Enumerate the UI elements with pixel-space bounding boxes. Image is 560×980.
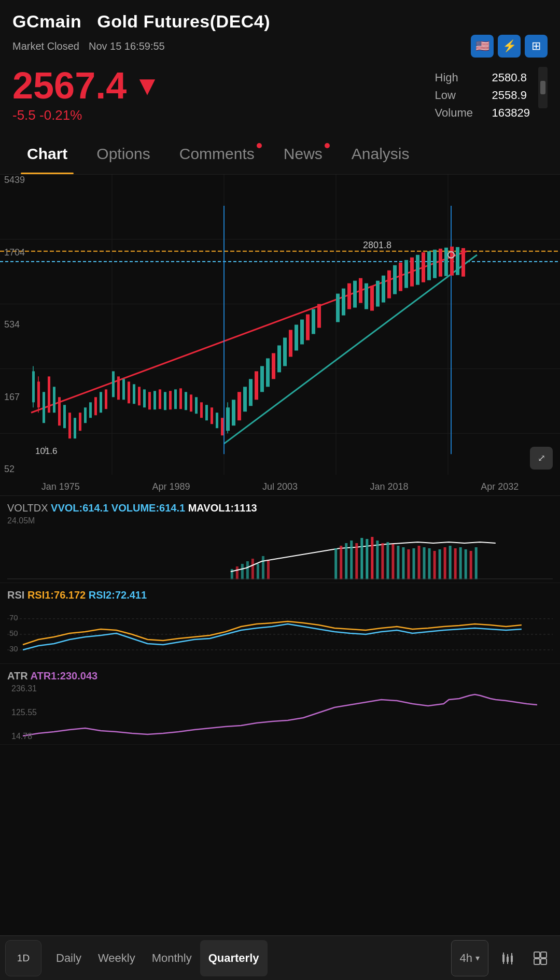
main-price-chart[interactable]: 5439 1704 534 167 52 2801.8 [0, 175, 560, 496]
period-quarterly-btn[interactable]: Quarterly [200, 940, 268, 976]
svg-rect-84 [404, 260, 408, 288]
svg-rect-29 [94, 397, 97, 415]
svg-rect-126 [439, 549, 441, 579]
chart-type-btn[interactable] [493, 944, 522, 973]
svg-rect-153 [541, 959, 547, 964]
ticker-symbol: GCmain [12, 11, 81, 31]
svg-rect-133 [475, 547, 478, 579]
voltdx-chart [7, 528, 553, 579]
price-value: 2567.4 [12, 67, 127, 104]
svg-rect-62 [266, 358, 270, 387]
grid-layout-icon [533, 950, 548, 966]
rsi-label: RSI [7, 589, 24, 601]
tab-news[interactable]: News [269, 132, 337, 174]
svg-rect-82 [393, 265, 397, 294]
atr-title: ATR ATR1:230.043 [7, 670, 553, 682]
svg-rect-99 [236, 566, 239, 579]
grid-icon-btn[interactable]: ⊞ [525, 35, 548, 58]
svg-rect-76 [359, 278, 362, 303]
atr-label: ATR [7, 670, 28, 681]
voltdx-vvol-label: VVOL: [51, 502, 82, 514]
rsi-title: RSI RSI1:76.172 RSI2:72.411 [7, 589, 553, 601]
period-daily-btn[interactable]: Daily [48, 940, 90, 976]
atr-svg [7, 684, 553, 746]
volume-value: 163829 [492, 106, 530, 120]
svg-rect-110 [355, 543, 358, 579]
high-row: High 2580.8 [435, 71, 527, 84]
chart-x-labels: Jan 1975 Apr 1989 Jul 2003 Jan 2018 Apr … [0, 481, 560, 492]
price-row: 2567.4 ▼ -5.5 -0.21% High 2580.8 Low 255… [12, 67, 548, 123]
tab-analysis[interactable]: Analysis [337, 132, 424, 174]
rsi-chart: 70 50 30 [7, 603, 553, 660]
svg-rect-44 [174, 389, 177, 409]
voltdx-y-max: 24.05M [7, 516, 553, 525]
svg-rect-144 [507, 957, 509, 962]
svg-rect-118 [397, 546, 399, 579]
svg-rect-21 [53, 387, 55, 413]
svg-rect-24 [68, 413, 71, 438]
svg-rect-32 [112, 371, 115, 397]
voltdx-svg [7, 528, 553, 579]
svg-rect-128 [449, 546, 452, 579]
tab-comments[interactable]: Comments [165, 132, 269, 174]
layout-btn[interactable] [526, 944, 555, 973]
svg-rect-89 [433, 250, 437, 278]
svg-rect-33 [117, 376, 120, 400]
rsi-section: RSI RSI1:76.172 RSI2:72.411 70 50 30 [0, 583, 560, 664]
svg-rect-59 [249, 379, 253, 406]
svg-rect-48 [195, 397, 198, 414]
ticker-title: GCmain Gold Futures(DEC4) [12, 11, 548, 32]
flag-icon-btn[interactable]: 🇺🇸 [471, 35, 494, 58]
svg-rect-116 [386, 542, 389, 579]
svg-rect-71 [317, 304, 321, 328]
svg-rect-19 [43, 392, 45, 423]
svg-rect-131 [465, 549, 467, 579]
svg-rect-58 [243, 387, 247, 411]
svg-rect-86 [416, 255, 419, 285]
timeframe-1d-btn[interactable]: 1D [5, 940, 41, 976]
atr-chart [7, 684, 553, 741]
svg-rect-107 [340, 546, 342, 579]
svg-rect-23 [63, 405, 66, 428]
svg-rect-92 [450, 247, 454, 276]
candlestick-icon [499, 950, 515, 966]
svg-rect-68 [300, 320, 304, 345]
volume-label: Volume [435, 106, 482, 120]
svg-rect-57 [237, 392, 241, 420]
svg-rect-127 [444, 547, 446, 579]
svg-rect-66 [289, 330, 292, 357]
low-value: 2558.9 [492, 89, 527, 102]
x-label-2032: Apr 2032 [481, 481, 519, 492]
svg-rect-88 [427, 251, 431, 280]
svg-rect-112 [366, 539, 368, 579]
high-value: 2580.8 [492, 71, 527, 84]
svg-rect-108 [345, 543, 347, 579]
bolt-icon-btn[interactable]: ⚡ [498, 35, 521, 58]
svg-rect-46 [185, 392, 187, 410]
svg-rect-101 [246, 561, 249, 579]
tab-chart[interactable]: Chart [12, 132, 82, 174]
period-monthly-btn[interactable]: Monthly [144, 940, 200, 976]
svg-line-11 [224, 255, 477, 444]
low-row: Low 2558.9 [435, 89, 527, 102]
period-weekly-btn[interactable]: Weekly [90, 940, 144, 976]
fullscreen-button[interactable]: ⤢ [530, 447, 553, 470]
svg-rect-102 [251, 559, 254, 579]
tab-options[interactable]: Options [82, 132, 164, 174]
svg-rect-130 [459, 547, 462, 579]
period-4h-btn[interactable]: 4h ▾ [451, 940, 488, 976]
svg-rect-109 [350, 541, 353, 579]
svg-rect-150 [534, 952, 540, 958]
voltdx-mavol-label: MAVOL1: [188, 502, 234, 514]
svg-rect-65 [283, 337, 287, 366]
svg-rect-36 [133, 384, 135, 404]
price-direction-icon: ▼ [134, 72, 160, 99]
svg-rect-60 [255, 371, 258, 400]
svg-rect-117 [391, 544, 394, 579]
rsi2-label: RSI2: [89, 589, 115, 601]
svg-rect-31 [105, 389, 107, 409]
svg-rect-119 [402, 547, 404, 579]
atr1-value: 230.043 [60, 670, 97, 681]
svg-rect-129 [454, 548, 457, 579]
voltdx-vvol-value: 614.1 [82, 502, 108, 514]
